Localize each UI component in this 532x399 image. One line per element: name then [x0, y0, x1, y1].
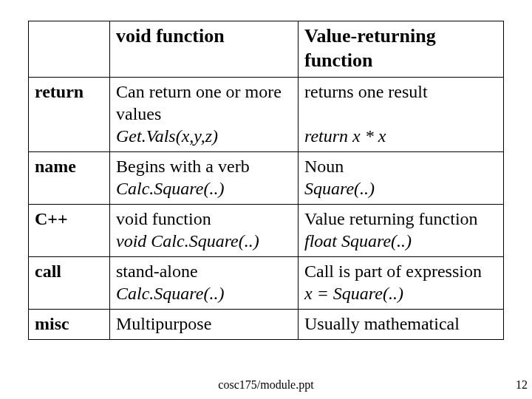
row-call: call stand-alone Calc.Square(..) Call is… [29, 257, 504, 310]
cell-text: Call is part of expression [304, 262, 482, 281]
cell-example: x = Square(..) [304, 284, 403, 303]
cell-text: Value returning function [304, 209, 478, 228]
cell-name-value: Noun Square(..) [299, 152, 504, 205]
row-label-return: return [29, 78, 110, 152]
cell-example: Get.Vals(x,y,z) [116, 126, 218, 146]
corner-cell [29, 21, 110, 78]
row-return: return Can return one or more values Get… [29, 78, 504, 152]
footer-path: cosc175/module.ppt [0, 378, 532, 392]
cell-text: returns one result [304, 82, 428, 101]
cell-return-void: Can return one or more values Get.Vals(x… [110, 78, 299, 152]
page-number: 12 [516, 378, 528, 392]
cell-text: Usually mathematical [304, 314, 460, 333]
comparison-table: void function Value-returning function r… [28, 21, 504, 340]
cell-text: Noun [304, 157, 344, 176]
cell-name-void: Begins with a verb Calc.Square(..) [110, 152, 299, 205]
row-misc: misc Multipurpose Usually mathematical [29, 310, 504, 340]
cell-example: Calc.Square(..) [116, 179, 224, 198]
row-label-call: call [29, 257, 110, 310]
cell-misc-void: Multipurpose [110, 310, 299, 340]
row-label-name: name [29, 152, 110, 205]
cell-text: Can return one or more values [116, 82, 282, 123]
cell-example: float Square(..) [304, 231, 412, 250]
cell-cpp-void: void function void Calc.Square(..) [110, 205, 299, 257]
cell-text: Begins with a verb [116, 157, 250, 176]
col-header-value: Value-returning function [299, 21, 504, 78]
slide: void function Value-returning function r… [0, 0, 532, 399]
cell-example: void Calc.Square(..) [116, 231, 259, 250]
header-row: void function Value-returning function [29, 21, 504, 78]
row-label-misc: misc [29, 310, 110, 340]
cell-example: Square(..) [304, 179, 375, 198]
cell-call-value: Call is part of expression x = Square(..… [299, 257, 504, 310]
row-cpp: C++ void function void Calc.Square(..) V… [29, 205, 504, 257]
cell-example: Calc.Square(..) [116, 284, 224, 303]
cell-call-void: stand-alone Calc.Square(..) [110, 257, 299, 310]
row-name: name Begins with a verb Calc.Square(..) … [29, 152, 504, 205]
row-label-cpp: C++ [29, 205, 110, 257]
cell-cpp-value: Value returning function float Square(..… [299, 205, 504, 257]
cell-text: void function [116, 209, 211, 228]
col-header-void: void function [110, 21, 299, 78]
cell-text: stand-alone [116, 262, 198, 281]
cell-misc-value: Usually mathematical [299, 310, 504, 340]
cell-return-value: returns one result return x * x [299, 78, 504, 152]
cell-text: Multipurpose [116, 314, 211, 333]
cell-example: return x * x [304, 126, 386, 146]
